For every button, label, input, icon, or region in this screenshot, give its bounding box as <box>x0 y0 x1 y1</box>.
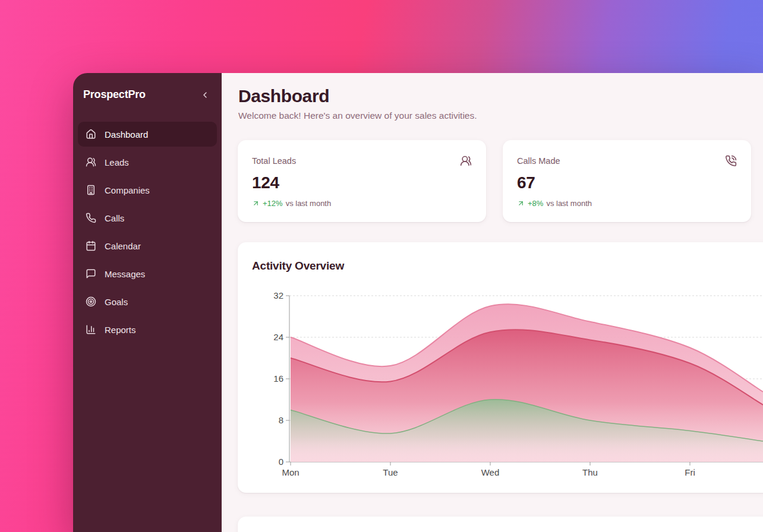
sidebar-item-label: Messages <box>105 269 145 279</box>
page-header: Dashboard Welcome back! Here's an overvi… <box>238 86 477 121</box>
stat-value: 124 <box>252 173 472 192</box>
sidebar-item-goals[interactable]: Goals <box>78 289 217 314</box>
sidebar-item-label: Companies <box>105 185 150 195</box>
sidebar-item-calls[interactable]: Calls <box>78 205 217 230</box>
stat-trend-value: +12% <box>263 199 283 208</box>
svg-text:16: 16 <box>273 373 283 384</box>
target-icon <box>86 296 96 307</box>
activity-area-chart: 08162432MonTueWedThuFri <box>289 293 763 483</box>
home-icon <box>86 129 96 140</box>
stat-trend-note: vs last month <box>286 199 332 208</box>
activity-overview-card: Activity Overview 08162432MonTueWedThuFr… <box>238 242 763 493</box>
svg-text:0: 0 <box>279 457 283 467</box>
page-title: Dashboard <box>238 86 477 106</box>
sidebar-collapse-button[interactable] <box>199 89 211 101</box>
sidebar-item-messages[interactable]: Messages <box>78 261 217 286</box>
stat-trend-value: +8% <box>528 199 543 208</box>
sidebar-item-calendar[interactable]: Calendar <box>78 233 217 258</box>
bottom-card-partial <box>238 517 763 532</box>
svg-text:8: 8 <box>279 415 283 425</box>
page-subtitle: Welcome back! Here's an overview of your… <box>238 110 477 121</box>
app-window: ProspectPro Dashboard Leads Companies <box>73 73 763 532</box>
sidebar-item-label: Dashboard <box>105 129 148 140</box>
sidebar-item-label: Calendar <box>105 241 141 251</box>
stat-value: 67 <box>517 173 737 192</box>
calendar-icon <box>86 240 96 251</box>
svg-text:Thu: Thu <box>582 467 598 477</box>
svg-text:24: 24 <box>273 332 283 342</box>
phone-icon <box>86 213 96 223</box>
sidebar-item-leads[interactable]: Leads <box>78 150 217 175</box>
sidebar-item-reports[interactable]: Reports <box>78 317 217 342</box>
stats-row: Total Leads 124 +12% vs last month Calls… <box>238 140 751 222</box>
sidebar-item-label: Goals <box>105 297 128 307</box>
users-icon <box>86 157 96 167</box>
message-icon <box>86 268 96 279</box>
svg-text:Mon: Mon <box>282 467 299 477</box>
main-content: Dashboard Welcome back! Here's an overvi… <box>222 73 763 532</box>
stat-label: Calls Made <box>517 155 560 166</box>
svg-text:Wed: Wed <box>481 467 500 477</box>
svg-text:Tue: Tue <box>383 467 398 477</box>
phone-call-icon <box>725 155 737 167</box>
sidebar-item-dashboard[interactable]: Dashboard <box>78 122 217 147</box>
sidebar-nav: Dashboard Leads Companies Calls Calendar… <box>78 122 217 345</box>
svg-text:Fri: Fri <box>685 467 695 477</box>
bar-chart-icon <box>86 324 96 335</box>
stat-label: Total Leads <box>252 155 296 166</box>
sidebar-item-companies[interactable]: Companies <box>78 178 217 202</box>
sidebar-item-label: Leads <box>105 157 129 167</box>
chevron-left-icon <box>200 90 210 100</box>
stat-card-total-leads: Total Leads 124 +12% vs last month <box>238 140 486 222</box>
chart-title: Activity Overview <box>252 259 344 273</box>
building-icon <box>86 185 96 195</box>
arrow-up-right-icon <box>252 200 260 207</box>
sidebar-item-label: Calls <box>105 213 124 223</box>
sidebar-item-label: Reports <box>105 325 136 335</box>
sidebar: ProspectPro Dashboard Leads Companies <box>73 73 222 532</box>
stat-trend-note: vs last month <box>546 199 592 208</box>
app-title: ProspectPro <box>83 88 146 101</box>
arrow-up-right-icon <box>517 200 525 207</box>
users-icon <box>460 155 472 167</box>
svg-text:32: 32 <box>273 290 283 300</box>
stat-card-calls-made: Calls Made 67 +8% vs last month <box>503 140 751 222</box>
